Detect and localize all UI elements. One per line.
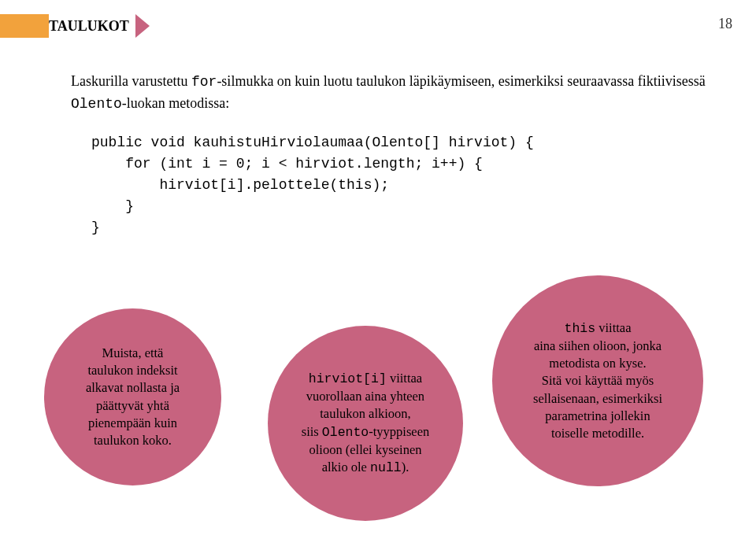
b2-t6b: ). xyxy=(402,460,410,474)
b2-l3: taulukon alkioon, xyxy=(320,406,410,421)
b2-t4a: siis xyxy=(302,424,322,439)
intro-text-2: -silmukka on kuin luotu taulukon läpikäy… xyxy=(217,73,705,89)
b2-t6a: alkio ole xyxy=(322,460,370,474)
b1-l6: taulukon koko. xyxy=(94,433,172,448)
b1-l4: päättyvät yhtä xyxy=(96,398,169,413)
b1-l5: pienempään kuin xyxy=(88,415,177,430)
arrow-icon xyxy=(135,14,150,38)
intro-paragraph: Laskurilla varustettu for-silmukka on ku… xyxy=(71,71,724,115)
intro-mono-1: for xyxy=(191,74,217,90)
b2-mono2: Olento xyxy=(322,425,369,440)
b3-l4: Sitä voi käyttää myös xyxy=(542,373,654,388)
bubble-this-text: this viittaa aina siihen olioon, jonka m… xyxy=(533,319,662,443)
b1-l1: Muista, että xyxy=(102,345,164,360)
b2-l2: vuorollaan aina yhteen xyxy=(306,389,424,404)
header: TAULUKOT xyxy=(49,14,150,38)
bubble-this: this viittaa aina siihen olioon, jonka m… xyxy=(492,275,703,486)
b3-l3: metodista on kyse. xyxy=(549,356,646,371)
b1-l3: alkavat nollasta ja xyxy=(86,380,180,395)
b2-t4b: -tyyppiseen xyxy=(369,424,429,439)
b3-mono1: this xyxy=(565,321,596,336)
bubble-indexes: Muista, että taulukon indeksit alkavat n… xyxy=(44,308,221,485)
page-number: 18 xyxy=(718,16,732,32)
b1-l2: taulukon indeksit xyxy=(87,363,177,378)
b2-mono3: null xyxy=(370,460,402,475)
b3-l7: toiselle metodille. xyxy=(551,426,644,441)
b2-t1: viittaa xyxy=(387,371,422,386)
b2-mono1: hirviot[i] xyxy=(309,371,387,386)
intro-text-1: Laskurilla varustettu xyxy=(71,73,191,89)
intro-mono-2: Olento xyxy=(71,96,122,112)
bubbles-region: Muista, että taulukon indeksit alkavat n… xyxy=(0,275,756,535)
main-content: Laskurilla varustettu for-silmukka on ku… xyxy=(71,71,724,238)
b3-l5: sellaisenaan, esimerkiksi xyxy=(533,391,662,406)
b3-t1: viittaa xyxy=(595,320,631,335)
bubble-hirvioti-text: hirviot[i] viittaa vuorollaan aina yhtee… xyxy=(302,370,430,478)
intro-text-3: -luokan metodissa: xyxy=(122,95,229,111)
b3-l2: aina siihen olioon, jonka xyxy=(534,338,662,353)
page-title: TAULUKOT xyxy=(49,18,137,35)
bubble-indexes-text: Muista, että taulukon indeksit alkavat n… xyxy=(86,345,180,450)
bubble-hirvioti: hirviot[i] viittaa vuorollaan aina yhtee… xyxy=(268,326,463,521)
b3-l6: parametrina jollekin xyxy=(545,408,650,423)
header-accent-bar xyxy=(0,14,49,38)
b2-l5: olioon (ellei kyseinen xyxy=(309,442,422,457)
code-block: public void kauhistuHirviolaumaa(Olento[… xyxy=(71,132,724,238)
